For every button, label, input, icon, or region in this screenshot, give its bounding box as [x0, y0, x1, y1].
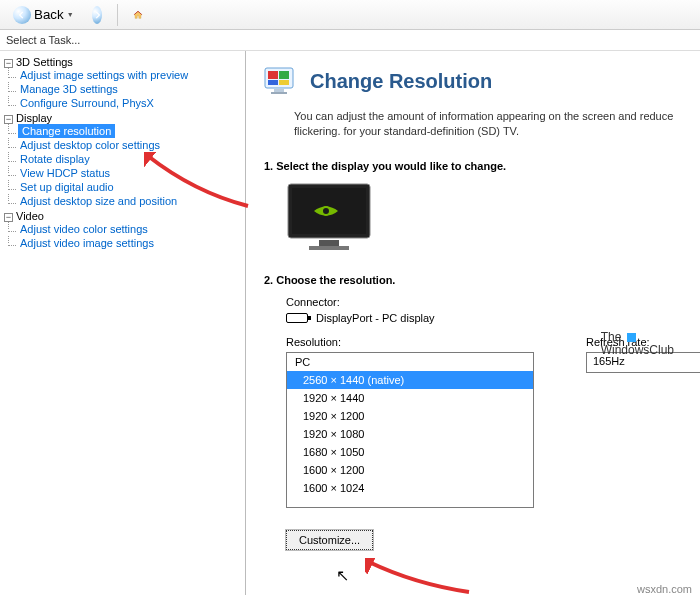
resolution-option[interactable]: 2560 × 1440 (native) [287, 371, 533, 389]
square-icon [627, 333, 636, 342]
resolution-icon [264, 65, 298, 97]
svg-rect-6 [271, 92, 287, 94]
resolution-option[interactable]: 1680 × 1050 [287, 443, 533, 461]
collapse-icon[interactable]: − [4, 213, 13, 222]
sidebar-item-rotate[interactable]: Rotate display [18, 153, 92, 165]
resolution-option[interactable]: 1920 × 1440 [287, 389, 533, 407]
collapse-icon[interactable]: − [4, 115, 13, 124]
resolution-option[interactable]: 1920 × 1200 [287, 407, 533, 425]
sidebar: −3D Settings Adjust image settings with … [0, 51, 246, 595]
toolbar: Back ▼ [0, 0, 700, 30]
toolbar-separator [117, 4, 118, 26]
sidebar-item-change-resolution[interactable]: Change resolution [18, 124, 115, 138]
home-icon [133, 5, 143, 25]
back-button[interactable]: Back ▼ [6, 3, 81, 27]
task-header: Select a Task... [0, 30, 700, 50]
displayport-icon [286, 313, 308, 323]
page-title: Change Resolution [310, 70, 492, 93]
sidebar-item-digital-audio[interactable]: Set up digital audio [18, 181, 116, 193]
tree-group-display[interactable]: Display [16, 112, 52, 124]
svg-rect-10 [319, 240, 339, 246]
svg-rect-4 [279, 80, 289, 85]
back-label: Back [34, 7, 64, 22]
sidebar-item-desktop-size[interactable]: Adjust desktop size and position [18, 195, 179, 207]
watermark: The WindowsClub [601, 331, 674, 356]
collapse-icon[interactable]: − [4, 59, 13, 68]
svg-rect-11 [309, 246, 349, 250]
tree-group-3d[interactable]: 3D Settings [16, 56, 73, 68]
sidebar-item-surround[interactable]: Configure Surround, PhysX [18, 97, 156, 109]
home-button[interactable] [126, 3, 150, 27]
tree-group-video[interactable]: Video [16, 210, 44, 222]
resolution-option[interactable]: 1600 × 1024 [287, 479, 533, 497]
cursor-icon: ↖ [336, 566, 349, 585]
main-panel: Change Resolution You can adjust the amo… [246, 51, 700, 595]
step2-label: 2. Choose the resolution. [264, 274, 682, 286]
customize-button[interactable]: Customize... [286, 530, 373, 550]
sidebar-item-video-image[interactable]: Adjust video image settings [18, 237, 156, 249]
resolution-option[interactable]: 1920 × 1080 [287, 425, 533, 443]
sidebar-item-hdcp[interactable]: View HDCP status [18, 167, 112, 179]
back-arrow-icon [13, 6, 31, 24]
forward-button[interactable] [85, 3, 109, 27]
sidebar-item-manage-3d[interactable]: Manage 3D settings [18, 83, 120, 95]
svg-rect-5 [274, 89, 284, 92]
page-description: You can adjust the amount of information… [294, 109, 682, 140]
svg-rect-3 [268, 80, 278, 85]
svg-rect-2 [279, 71, 289, 79]
sidebar-item-desktop-color[interactable]: Adjust desktop color settings [18, 139, 162, 151]
display-thumbnail[interactable] [286, 182, 682, 256]
svg-rect-1 [268, 71, 278, 79]
dropdown-arrow-icon: ▼ [67, 11, 74, 18]
resolution-option[interactable]: 1600 × 1200 [287, 461, 533, 479]
forward-arrow-icon [92, 6, 102, 24]
sidebar-item-video-color[interactable]: Adjust video color settings [18, 223, 150, 235]
resolution-listbox[interactable]: PC 2560 × 1440 (native) 1920 × 1440 1920… [286, 352, 534, 508]
source-domain: wsxdn.com [637, 583, 692, 595]
connector-value: DisplayPort - PC display [316, 312, 435, 324]
resolution-label: Resolution: [286, 336, 534, 348]
listbox-header: PC [287, 353, 533, 371]
step1-label: 1. Select the display you would like to … [264, 160, 682, 172]
connector-label: Connector: [286, 296, 682, 308]
svg-point-9 [322, 207, 330, 215]
sidebar-item-adjust-image[interactable]: Adjust image settings with preview [18, 69, 190, 81]
